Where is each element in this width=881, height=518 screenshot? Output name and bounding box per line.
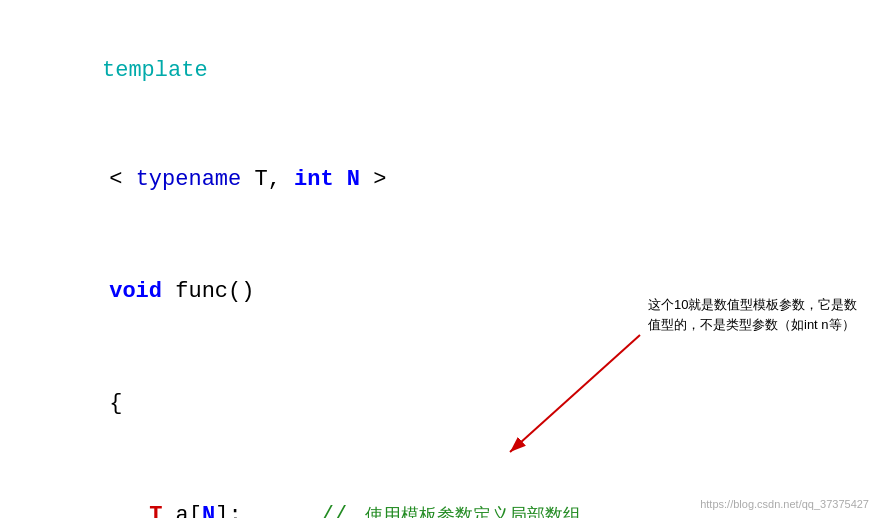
N-param: N (334, 167, 360, 192)
template-keyword: template (102, 58, 208, 83)
brace-open: { (109, 391, 122, 416)
comment-content: 使用模板参数定义局部数组 (360, 505, 581, 518)
angle-open: < (109, 167, 135, 192)
array-decl-open: a[ (162, 503, 202, 518)
N-size: N (202, 503, 215, 518)
annotation-text: 这个10就是数值型模板参数，它是数值型的，不是类型参数（如int n等） (648, 295, 863, 335)
comment-spacer (242, 503, 321, 518)
code-line-1: template (30, 18, 851, 123)
code-line-2: < typename T, int N > (30, 123, 851, 235)
func-name: func() (162, 279, 254, 304)
T-param: T, (241, 167, 294, 192)
angle-close: > (360, 167, 386, 192)
array-decl-close: ]; (215, 503, 241, 518)
code-line-4: { (30, 348, 851, 460)
typename-keyword: typename (136, 167, 242, 192)
void-keyword: void (109, 279, 162, 304)
code-section: template < typename T, int N > void func… (0, 0, 881, 518)
watermark: https://blog.csdn.net/qq_37375427 (700, 498, 869, 510)
T-var: T (149, 503, 162, 518)
main-diagram: template < typename T, int N > void func… (0, 0, 881, 518)
int-keyword: int (294, 167, 334, 192)
comment-slash: // (321, 503, 361, 518)
